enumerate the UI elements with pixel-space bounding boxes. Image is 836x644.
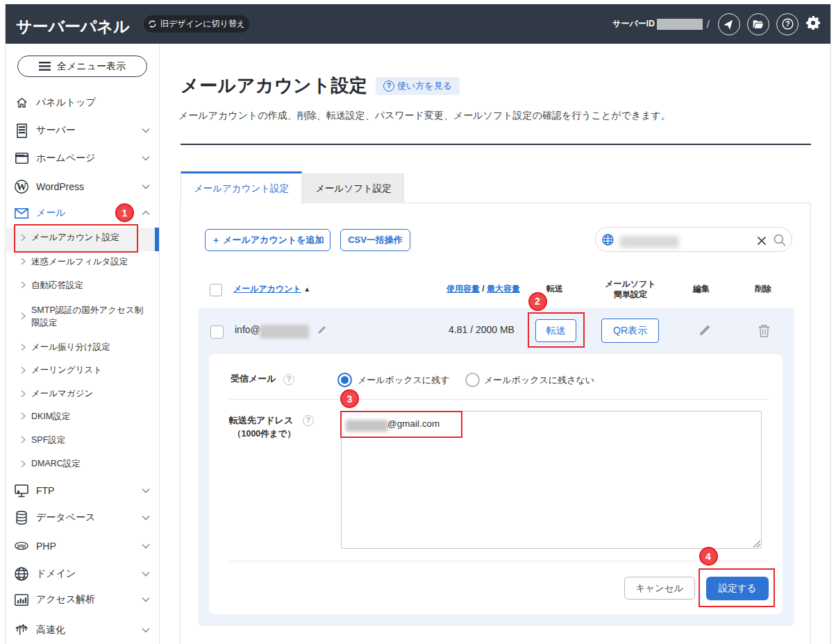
- svg-text:php: php: [17, 543, 26, 549]
- svg-text:W: W: [17, 180, 27, 192]
- svg-text:?: ?: [785, 19, 789, 28]
